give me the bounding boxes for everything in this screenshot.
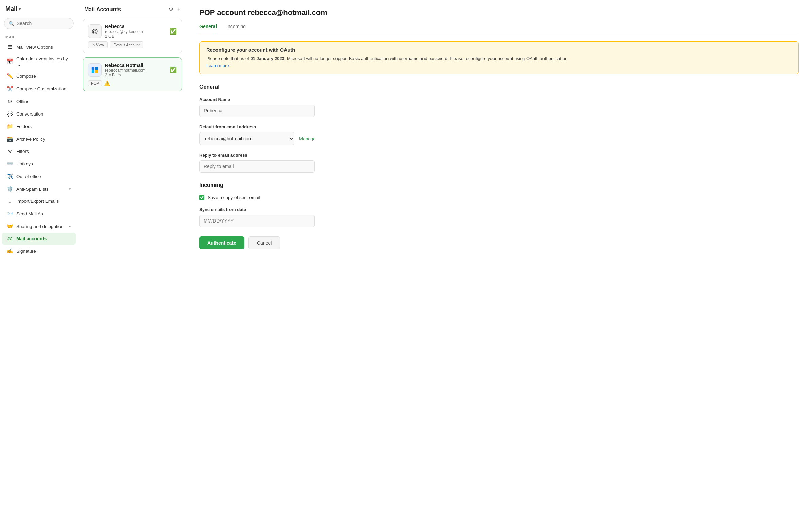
incoming-section: Incoming Save a copy of sent email Sync … [199,182,799,227]
sidebar-item-out-of-office[interactable]: ✈️ Out of office [2,170,76,183]
account-icon-at: @ [88,25,102,38]
sidebar-item-calendar-events[interactable]: 📅 Calendar event invites by ... [2,53,76,69]
send-mail-icon: 📨 [7,210,13,217]
sidebar-item-mail-view-options[interactable]: ☰ Mail View Options [2,41,76,53]
sidebar-item-label: Conversation [16,111,71,116]
conversation-icon: 💬 [7,111,13,117]
sync-date-group: Sync emails from date [199,207,799,227]
app-title[interactable]: Mail ▾ [0,0,78,15]
card-tags: In View Default Account [88,41,177,48]
account-email: rebecca@zylker.com [105,29,166,34]
main-panel: POP account rebecca@hotmail.com General … [187,0,811,532]
sharing-chevron: ▾ [69,224,71,229]
account-name-input[interactable] [199,105,315,117]
reply-email-label: Reply to email address [199,153,799,158]
sidebar-item-label: Compose Customization [16,86,71,91]
archive-icon: 🗃️ [7,136,13,142]
sidebar-item-sharing-delegation[interactable]: 🤝 Sharing and delegation ▾ [2,220,76,232]
sync-date-input[interactable] [199,215,315,227]
sidebar-item-signature[interactable]: ✍️ Signature [2,245,76,257]
hotkeys-icon: ⌨️ [7,161,13,167]
sidebar-item-offline[interactable]: ⊘ Offline [2,95,76,107]
search-box[interactable]: 🔍 [4,18,74,29]
app-title-text: Mail [5,5,17,13]
sidebar-item-label: Archive Policy [16,137,71,142]
account-card-rebecca-zylker[interactable]: @ Rebecca rebecca@zylker.com 2 GB ✅ In V… [83,19,182,53]
verified-icon: ✅ [169,66,177,74]
reply-email-input[interactable] [199,160,315,173]
calendar-icon: 📅 [7,59,13,65]
mail-view-icon: ☰ [7,44,13,50]
mail-accounts-icon: @ [7,236,13,241]
sharing-icon: 🤝 [7,223,13,229]
manage-link[interactable]: Manage [299,136,316,141]
svg-rect-1 [95,67,98,69]
import-export-icon: ↕ [7,199,13,204]
sidebar-item-compose[interactable]: ✏️ Compose [2,70,76,82]
banner-text-before: Please note that as of [206,56,250,61]
card-footer: POP ⚠️ [88,79,177,86]
anti-spam-chevron: ▾ [69,187,71,191]
signature-icon: ✍️ [7,248,13,254]
reply-email-group: Reply to email address [199,153,799,173]
out-of-office-icon: ✈️ [7,173,13,179]
app-title-chevron: ▾ [19,7,21,12]
account-info: Rebecca rebecca@zylker.com 2 GB [105,24,166,39]
cancel-button[interactable]: Cancel [248,236,280,249]
account-name-label: Account Name [199,97,799,102]
sidebar-item-label: Calendar event invites by ... [16,57,71,66]
search-input[interactable] [17,21,69,26]
sidebar-item-archive-policy[interactable]: 🗃️ Archive Policy [2,133,76,145]
account-email: rebecca@hotmail.com [105,68,166,73]
refresh-icon[interactable]: ↻ [118,73,121,77]
settings-icon[interactable]: ⚙ [169,6,173,13]
middle-panel: Mail Accounts ⚙ + @ Rebecca rebecca@zylk… [78,0,187,532]
page-title: POP account rebecca@hotmail.com [199,8,799,17]
tab-incoming[interactable]: Incoming [226,24,246,33]
default-email-select[interactable]: rebecca@hotmail.com [199,132,294,145]
compose-icon: ✏️ [7,73,13,79]
sidebar-item-folders[interactable]: 📁 Folders [2,120,76,132]
tabs-bar: General Incoming [199,24,799,33]
authenticate-button[interactable]: Authenticate [199,236,244,249]
account-name: Rebecca Hotmail [105,63,166,68]
sidebar-item-send-mail-as[interactable]: 📨 Send Mail As [2,207,76,220]
incoming-section-title: Incoming [199,182,799,188]
sidebar-item-hotkeys[interactable]: ⌨️ Hotkeys [2,158,76,170]
middle-header: Mail Accounts ⚙ + [78,0,187,17]
account-card-rebecca-hotmail[interactable]: Rebecca Hotmail rebecca@hotmail.com 2 MB… [83,58,182,91]
add-account-icon[interactable]: + [178,6,181,13]
header-actions: ⚙ + [169,6,181,13]
sidebar-item-label: Signature [16,249,71,254]
tab-general[interactable]: General [199,24,217,33]
sidebar-item-mail-accounts[interactable]: @ Mail accounts [2,233,76,245]
folders-icon: 📁 [7,123,13,129]
sidebar-item-label: Mail View Options [16,45,71,50]
section-label-mail: MAIL [0,32,78,41]
sidebar-item-label: Import/Export Emails [16,199,71,204]
sidebar-item-anti-spam[interactable]: 🛡️ Anti-Spam Lists ▾ [2,183,76,195]
sidebar: Mail ▾ 🔍 MAIL ☰ Mail View Options 📅 Cale… [0,0,78,532]
general-section-title: General [199,84,799,90]
protocol-badge: POP [88,80,102,86]
tag-in-view: In View [88,42,108,48]
oauth-banner-title: Reconfigure your account with OAuth [206,47,792,53]
banner-text-after: , Microsoft will no longer support Basic… [285,56,569,61]
svg-rect-2 [92,70,94,73]
search-icon: 🔍 [9,21,14,26]
learn-more-link[interactable]: Learn more [206,63,229,68]
offline-icon: ⊘ [7,98,13,104]
anti-spam-icon: 🛡️ [7,186,13,192]
sidebar-item-filters[interactable]: ⛛ Filters [2,145,76,157]
sidebar-item-compose-customization[interactable]: ✂️ Compose Customization [2,82,76,95]
save-copy-checkbox[interactable] [199,195,204,200]
default-email-label: Default from email address [199,124,799,129]
warning-icon: ⚠️ [104,80,110,86]
sidebar-item-conversation[interactable]: 💬 Conversation [2,108,76,120]
sidebar-item-label: Anti-Spam Lists [16,187,66,192]
account-name-group: Account Name [199,97,799,117]
account-info: Rebecca Hotmail rebecca@hotmail.com 2 MB… [105,63,166,77]
sidebar-item-import-export[interactable]: ↕ Import/Export Emails [2,195,76,207]
account-size: 2 GB [105,34,166,39]
tag-default-account: Default Account [110,42,143,48]
